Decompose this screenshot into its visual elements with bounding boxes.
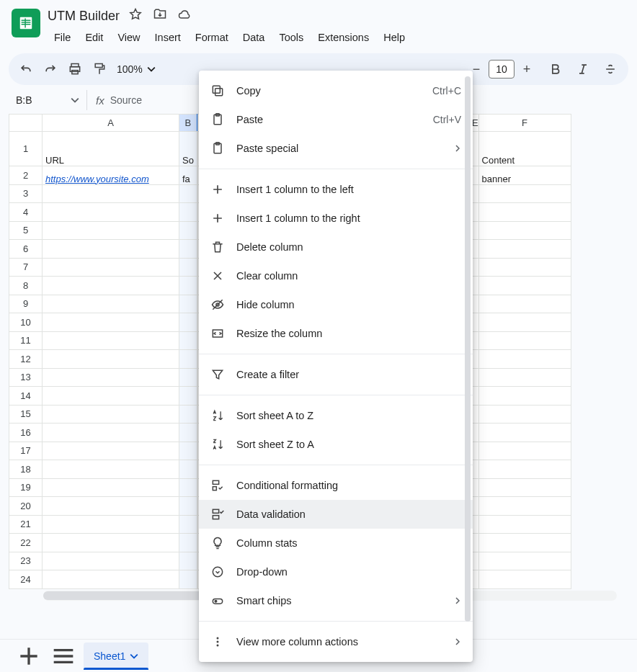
row-header[interactable]: 18 (9, 460, 43, 479)
document-title[interactable]: UTM Builder (48, 9, 120, 24)
menu-edit[interactable]: Edit (79, 29, 110, 46)
filter-icon (210, 367, 225, 382)
row-header[interactable]: 9 (9, 295, 43, 313)
cell[interactable]: fa (179, 166, 197, 185)
row-header[interactable]: 20 (9, 497, 43, 516)
row-header[interactable]: 11 (9, 331, 43, 350)
select-all-corner[interactable] (9, 115, 43, 132)
sheets-logo[interactable] (12, 9, 40, 37)
row-header[interactable]: 3 (9, 184, 43, 203)
cell[interactable]: banner (478, 166, 571, 185)
cell[interactable]: https://www.yoursite.com (43, 166, 179, 185)
svg-rect-5 (72, 71, 78, 74)
svg-rect-8 (213, 86, 220, 93)
move-icon[interactable] (153, 7, 167, 24)
menu-insert[interactable]: Insert (148, 29, 187, 46)
paint-format-button[interactable] (88, 58, 111, 81)
resize-icon (210, 326, 225, 341)
menu-column-stats[interactable]: Column stats (199, 529, 473, 557)
zoom-select[interactable]: 100% (112, 63, 160, 75)
menu-extensions[interactable]: Extensions (311, 29, 375, 46)
undo-button[interactable] (14, 58, 37, 81)
fx-icon: fx (96, 94, 104, 107)
menu-sort-za[interactable]: Sort sheet Z to A (199, 430, 473, 459)
add-sheet-button[interactable] (14, 642, 43, 671)
row-header[interactable]: 24 (9, 570, 43, 589)
menu-sort-az[interactable]: Sort sheet A to Z (199, 401, 473, 430)
menu-insert-col-left[interactable]: Insert 1 column to the left (199, 175, 473, 204)
menu-create-filter[interactable]: Create a filter (199, 360, 473, 389)
context-menu-scrollbar[interactable] (464, 76, 471, 656)
col-header-f[interactable]: F (478, 115, 571, 132)
svg-rect-7 (215, 89, 223, 96)
row-header[interactable]: 5 (9, 221, 43, 240)
menu-data-validation[interactable]: Data validation (199, 500, 473, 529)
menu-help[interactable]: Help (377, 29, 411, 46)
svg-rect-16 (213, 487, 216, 490)
col-header-b[interactable]: B (179, 115, 197, 132)
row-header[interactable]: 19 (9, 478, 43, 497)
strike-button[interactable] (598, 58, 623, 81)
menu-delete-col[interactable]: Delete column (199, 233, 473, 261)
menu-view[interactable]: View (111, 29, 146, 46)
row-header[interactable]: 23 (9, 552, 43, 570)
cell[interactable]: Content (478, 132, 571, 166)
menu-insert-col-right[interactable]: Insert 1 column to the right (199, 204, 473, 233)
row-header[interactable]: 4 (9, 203, 43, 222)
row-header[interactable]: 21 (9, 515, 43, 534)
menu-resize-col[interactable]: Resize the column (199, 319, 473, 348)
cloud-icon[interactable] (177, 7, 192, 24)
row-header[interactable]: 16 (9, 424, 43, 442)
menu-dropdown[interactable]: Drop-down (199, 557, 473, 586)
smart-chips-icon (210, 593, 225, 608)
row-header[interactable]: 8 (9, 277, 43, 295)
sheet-tab[interactable]: Sheet1 (84, 642, 148, 670)
star-icon[interactable] (128, 7, 143, 24)
menu-clear-col[interactable]: Clear column (199, 261, 473, 290)
menu-data[interactable]: Data (236, 29, 272, 46)
font-size-input[interactable]: 10 (489, 60, 514, 79)
menu-more-actions[interactable]: View more column actions (199, 627, 473, 656)
menu-hide-col[interactable]: Hide column (199, 290, 473, 319)
row-header[interactable]: 22 (9, 534, 43, 552)
row-header[interactable]: 14 (9, 387, 43, 406)
url-link[interactable]: https://www.yoursite.com (45, 174, 149, 184)
menu-conditional-formatting[interactable]: Conditional formatting (199, 471, 473, 500)
copy-icon (210, 84, 225, 98)
svg-point-23 (217, 641, 219, 643)
row-header[interactable]: 13 (9, 368, 43, 387)
all-sheets-button[interactable] (49, 642, 78, 671)
dropdown-icon (210, 565, 225, 579)
redo-button[interactable] (39, 58, 62, 81)
menu-format[interactable]: Format (189, 29, 235, 46)
formula-bar[interactable]: Source (110, 94, 142, 106)
row-header[interactable]: 6 (9, 240, 43, 259)
row-header[interactable]: 17 (9, 442, 43, 460)
menu-file[interactable]: File (48, 29, 77, 46)
sort-za-icon (210, 437, 225, 452)
row-header[interactable]: 10 (9, 313, 43, 332)
menu-smart-chips[interactable]: Smart chips (199, 586, 473, 615)
data-validation-icon (210, 507, 225, 521)
row-header[interactable]: 15 (9, 405, 43, 424)
col-header-a[interactable]: A (43, 115, 179, 132)
menu-paste-special[interactable]: Paste special (199, 134, 473, 163)
italic-button[interactable] (571, 58, 595, 81)
menu-paste[interactable]: PasteCtrl+V (199, 105, 473, 134)
row-header[interactable]: 12 (9, 350, 43, 369)
close-icon (210, 269, 225, 283)
print-button[interactable] (63, 58, 86, 81)
plus-icon (210, 211, 225, 225)
menu-tools[interactable]: Tools (272, 29, 310, 46)
bold-button[interactable] (543, 58, 568, 81)
row-header[interactable]: 2 (9, 166, 43, 185)
cell[interactable]: So (179, 132, 197, 166)
sort-az-icon (210, 408, 225, 423)
row-header[interactable]: 1 (9, 132, 43, 166)
name-box[interactable]: B:B (9, 90, 86, 110)
cell[interactable]: URL (43, 132, 179, 166)
menu-copy[interactable]: CopyCtrl+C (199, 76, 473, 105)
font-size-increase[interactable]: + (517, 60, 536, 79)
row-header[interactable]: 7 (9, 258, 43, 277)
paste-special-icon (210, 141, 225, 156)
